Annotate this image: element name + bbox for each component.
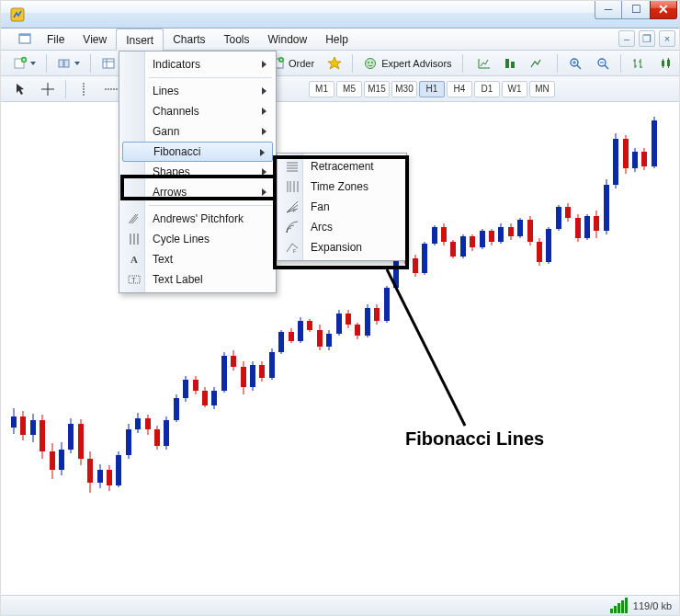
menu-item-cycle-lines[interactable]: Cycle Lines [121,229,274,249]
label: Expansion [311,241,362,254]
label: Indicators [153,58,200,71]
label: Cycle Lines [153,233,210,245]
mdi-restore-button[interactable]: ❐ [639,30,655,47]
label: Shapes [153,165,190,178]
svg-point-12 [368,62,369,63]
pitchfork-icon [127,211,142,226]
zoom-in-button[interactable] [563,53,587,74]
menu-item-fib-timezones[interactable]: Time Zones [279,177,404,197]
svg-rect-6 [64,60,69,67]
label: Text [153,253,173,266]
timeframe-mn[interactable]: MN [529,81,555,97]
timeframe-d1[interactable]: D1 [474,81,500,97]
menu-insert[interactable]: Insert [116,29,164,51]
svg-rect-7 [103,59,114,68]
menu-item-fib-retracement[interactable]: Retracement [279,156,404,177]
candle-chart-button[interactable] [654,53,678,74]
menu-item-lines[interactable]: Lines [121,81,274,101]
svg-rect-18 [662,61,664,66]
menu-charts[interactable]: Charts [164,29,214,50]
timeframe-m5[interactable]: M5 [336,81,362,97]
menu-item-channels[interactable]: Channels [121,101,274,121]
svg-text:T: T [131,276,136,284]
statusbar-kb: 119/0 kb [633,600,672,611]
fib-arcs-icon [285,220,300,234]
label: Text Label [153,273,203,286]
bar-chart-button[interactable] [627,53,651,74]
menu-item-fibonacci[interactable]: Fibonacci [122,142,273,162]
menu-item-shapes[interactable]: Shapes [121,162,274,182]
market-watch-button[interactable] [96,53,120,74]
svg-rect-15 [511,62,515,68]
titlebar: ─ ☐ ✕ [1,1,679,29]
timeframe-w1[interactable]: W1 [502,81,527,97]
menu-item-text-label[interactable]: T Text Label [121,269,274,290]
label: Fan [311,200,330,213]
menu-help[interactable]: Help [316,29,357,50]
label: Retracement [311,160,374,173]
svg-rect-14 [505,59,509,68]
mdi-close-button[interactable]: × [659,30,675,47]
timeframe-h4[interactable]: H4 [447,81,472,97]
new-chart-button[interactable] [8,53,40,74]
svg-rect-5 [59,60,63,67]
fib-fan-icon: F [285,200,300,214]
svg-text:F: F [293,248,296,254]
fibonacci-submenu: Retracement Time Zones F Fan Arcs F Expa… [277,153,407,261]
cursor-button[interactable] [8,79,32,99]
menu-item-andrews-pitchfork[interactable]: Andrews' Pitchfork [121,209,274,229]
svg-text:F: F [293,208,296,213]
text-label-icon: T [127,272,142,287]
label: Channels [153,105,199,118]
menu-item-text[interactable]: A Text [121,249,274,269]
menu-view[interactable]: View [74,29,116,50]
expert-advisors-label: Expert Advisors [381,58,451,69]
fib-retracement-icon [285,159,300,174]
document-icon [17,31,32,46]
timeframe-h1[interactable]: H1 [419,81,445,97]
zoom-out-button[interactable] [591,53,615,74]
expert-advisors-button[interactable]: Expert Advisors [358,53,456,74]
menu-item-gann[interactable]: Gann [121,121,274,142]
app-icon [10,7,25,22]
timeframe-m1[interactable]: M1 [309,81,334,97]
menu-tools[interactable]: Tools [215,29,259,50]
indicator-list-button[interactable] [472,53,496,74]
svg-marker-10 [328,57,341,69]
timeframe-m30[interactable]: M30 [391,81,417,97]
vertical-line-button[interactable] [72,79,96,99]
menu-file[interactable]: File [38,29,74,50]
crosshair-button[interactable] [36,79,60,99]
menubar: File View Insert Charts Tools Window Hel… [1,29,679,51]
profiles-button[interactable] [52,53,85,74]
periodicity-button[interactable] [498,53,522,74]
label: Arcs [311,221,333,234]
timeframe-bar: M1M5M15M30H1H4D1W1MN [305,81,559,97]
window-minimize-button[interactable]: ─ [595,0,622,19]
menu-item-fib-arcs[interactable]: Arcs [279,217,404,237]
fib-timezones-icon [285,179,300,194]
label: Fibonacci [153,145,200,158]
toolbar-main: Order Expert Advisors [1,51,679,76]
svg-rect-2 [19,34,30,36]
fib-expansion-icon: F [285,240,300,255]
label: Arrows [153,186,187,199]
connection-strength-icon [610,598,628,613]
menu-item-fib-expansion[interactable]: F Expansion [279,237,404,257]
timeframe-m15[interactable]: M15 [364,81,390,97]
menu-item-arrows[interactable]: Arrows [121,182,274,202]
toolbar-drawing: M1M5M15M30H1H4D1W1MN [1,76,679,102]
menu-item-indicators[interactable]: Indicators [121,54,274,74]
label: Lines [153,85,179,97]
statusbar: 119/0 kb [1,595,679,615]
menu-window[interactable]: Window [259,29,317,50]
window-close-button[interactable]: ✕ [650,0,677,19]
menu-item-fib-fan[interactable]: F Fan [279,197,404,217]
autotrading-button[interactable] [323,53,346,74]
label: Time Zones [311,180,368,193]
window-maximize-button[interactable]: ☐ [622,0,650,19]
text-icon: A [127,252,142,267]
mdi-minimize-button[interactable]: – [618,30,635,47]
templates-button[interactable] [524,53,548,74]
insert-menu-dropdown: Indicators Lines Channels Gann Fibonacci… [119,51,277,293]
